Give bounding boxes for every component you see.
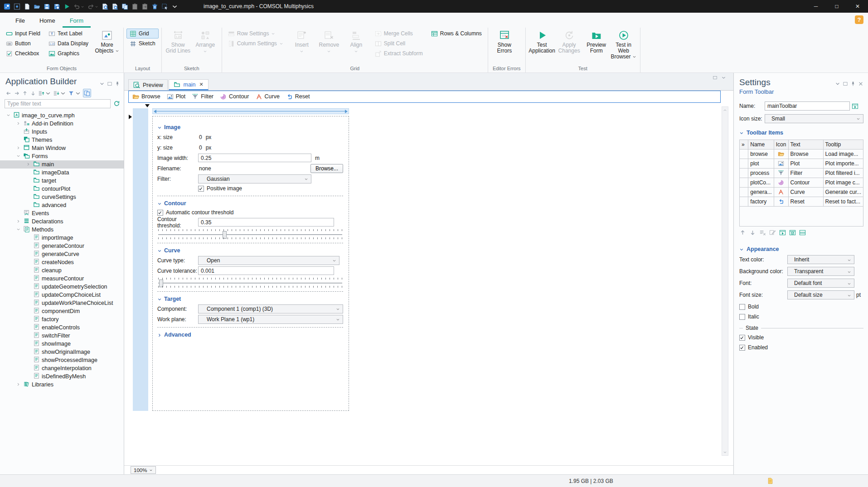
tree-item-measurecontour[interactable]: measureContour [0, 275, 124, 283]
open-file-button[interactable] [34, 3, 40, 10]
form-design-canvas[interactable]: Imagex: size0pxy: size0pxImage width:0.2… [124, 103, 733, 465]
tree-item-componentdim[interactable]: componentDim [0, 307, 124, 315]
tree-item-isdefinedbymesh[interactable]: isDefinedByMesh [0, 372, 124, 381]
tree-item-inputs[interactable]: Inputs [0, 128, 124, 136]
tree-item-events[interactable]: Events [0, 209, 124, 217]
form-toolbar-item-plot[interactable]: Plot [167, 93, 186, 100]
maximize-button[interactable]: □ [826, 0, 847, 13]
checkbox-italic[interactable]: Italic [739, 312, 863, 321]
combo-box[interactable]: Component 1 (comp1) (3D) [198, 304, 343, 313]
tree-item-cleanup[interactable]: cleanup [0, 266, 124, 275]
editor-tab-main[interactable]: main✕ [169, 79, 208, 90]
ribbon-button-apply-changes[interactable]: ApplyChanges [556, 29, 583, 62]
text-field[interactable]: 0.25 [198, 154, 311, 162]
column-width-indicator[interactable] [152, 108, 349, 114]
section-header-advanced[interactable]: Advanced [157, 330, 343, 339]
chevron-down-icon[interactable] [5, 113, 11, 117]
toolbar-item-row-factory[interactable]: factoryResetReset to fact... [740, 197, 863, 207]
tree-item-main[interactable]: main [0, 160, 124, 169]
checkbox-positive-image[interactable]: Positive image [198, 184, 343, 193]
ribbon-button-input-field[interactable]: Input Field [3, 29, 44, 39]
scroll-up-icon[interactable] [722, 107, 728, 113]
toolbar-item-row-browse[interactable]: browseBrowseLoad image... [740, 149, 863, 159]
tree-item-showoriginalimage[interactable]: showOriginalImage [0, 348, 124, 356]
ribbon-button-preview-form[interactable]: PreviewForm [583, 29, 610, 62]
ribbon-button-rows-columns[interactable]: Rows & Columns [428, 29, 485, 39]
undo-button[interactable] [73, 3, 84, 10]
tree-item-generatecontour[interactable]: generateContour [0, 242, 124, 250]
tree-item-importimage[interactable]: importImage [0, 234, 124, 242]
combo-box[interactable]: Inherit [787, 255, 854, 264]
section-header-image[interactable]: Image [157, 123, 343, 132]
move-up-button[interactable] [22, 90, 28, 96]
move-down-button[interactable] [749, 229, 756, 236]
tree-item-changeinterpolation[interactable]: changeInterpolation [0, 364, 124, 372]
text-field[interactable]: 0.35 [198, 218, 334, 227]
ribbon-button-column-settings[interactable]: Column Settings [225, 39, 286, 48]
tree-item-updatecompchoicelist[interactable]: updateCompChoiceList [0, 291, 124, 299]
toolbar-item-row-plotCo-[interactable]: plotCo...ContourPlot image c... [740, 178, 863, 188]
ribbon-button-show-grid-lines[interactable]: 1.23ShowGrid Lines [165, 29, 192, 62]
tree-item-add-in-definition[interactable]: Add-in Definition [0, 120, 124, 128]
paste-special-button[interactable] [141, 3, 148, 10]
ribbon-button-split-cell[interactable]: Split Cell [372, 39, 426, 48]
combo-box[interactable]: Open [198, 256, 339, 265]
add-toggle-item-button[interactable] [789, 229, 796, 236]
tree-item-methods[interactable]: Methods [0, 226, 124, 234]
toolbar-item-row-genera-[interactable]: genera...CurveGenerate cur... [740, 188, 863, 197]
ribbon-button-align[interactable]: Align [343, 29, 370, 62]
ribbon-button-remove[interactable]: Remove [315, 29, 343, 62]
scroll-down-icon[interactable] [722, 449, 728, 455]
chev-down-icon[interactable] [835, 80, 840, 87]
new-file-button[interactable] [24, 3, 30, 10]
section-header-contour[interactable]: Contour [157, 199, 343, 208]
ribbon-button-row-settings[interactable]: Row Settings [225, 29, 286, 39]
ribbon-button-button[interactable]: OKButton [3, 39, 44, 48]
model-thumbnail-button[interactable] [14, 3, 20, 10]
row-marker-icon[interactable] [129, 115, 132, 119]
save-as-button[interactable] [53, 3, 60, 10]
chevron-right-icon[interactable] [25, 162, 31, 166]
tree-item-enablecontrols[interactable]: enableControls [0, 323, 124, 332]
chevron-right-icon[interactable] [15, 382, 21, 386]
icon-size-select[interactable]: Small [765, 114, 863, 123]
tree-item-themes[interactable]: Themes [0, 136, 124, 144]
form-toolbar-item-filter[interactable]: Filter [192, 93, 213, 100]
tree-item-forms[interactable]: Forms [0, 152, 124, 160]
tree-item-main-window[interactable]: Main Window [0, 144, 124, 152]
form-toolbar-item-reset[interactable]: Reset [286, 93, 310, 100]
ribbon-button-arrange[interactable]: Arrange [192, 29, 219, 62]
form-toolbar-item-curve[interactable]: Curve [256, 93, 280, 100]
move-down-button[interactable] [30, 90, 36, 96]
close-tab-icon[interactable]: ✕ [199, 82, 204, 87]
ribbon-tab-home[interactable]: Home [32, 14, 63, 28]
ribbon-button-data-display[interactable]: 1.23Data Display [45, 39, 92, 48]
canvas-scrollbar[interactable] [722, 106, 728, 456]
slider[interactable] [157, 277, 343, 289]
section-header-curve[interactable]: Curve [157, 246, 343, 255]
text-field[interactable]: 0.001 [198, 266, 334, 275]
tree-item-advanced[interactable]: advanced [0, 201, 124, 209]
tree-item-libraries[interactable]: Libraries [0, 381, 124, 389]
restore-pane-icon[interactable] [713, 74, 718, 81]
show-windows-button[interactable] [83, 89, 91, 97]
section-header-target[interactable]: Target [157, 294, 343, 304]
chev-down-icon[interactable] [99, 80, 105, 87]
combo-box[interactable]: Default size [787, 290, 854, 299]
browse-button[interactable]: Browse... [310, 164, 343, 173]
ribbon-button-insert[interactable]: Insert [288, 29, 315, 62]
app-logo-button[interactable] [4, 3, 10, 10]
back-button[interactable] [5, 90, 12, 96]
copy-button[interactable] [121, 3, 128, 10]
edit-item-button[interactable] [769, 229, 776, 236]
forward-button[interactable] [14, 90, 20, 96]
tree-item-declarations[interactable]: Declarations [0, 217, 124, 226]
tree-item-updategeometryselection[interactable]: updateGeometrySelection [0, 283, 124, 291]
ribbon-button-show-errors[interactable]: ShowErrors [491, 29, 518, 62]
expand-all-button[interactable] [38, 90, 51, 96]
ribbon-tab-form[interactable]: Form [63, 14, 91, 28]
chevron-down-icon[interactable] [15, 227, 21, 231]
move-up-button[interactable] [739, 229, 746, 236]
ribbon-button-extract-subform[interactable]: Extract Subform [372, 48, 426, 58]
pin-icon[interactable] [850, 80, 856, 87]
